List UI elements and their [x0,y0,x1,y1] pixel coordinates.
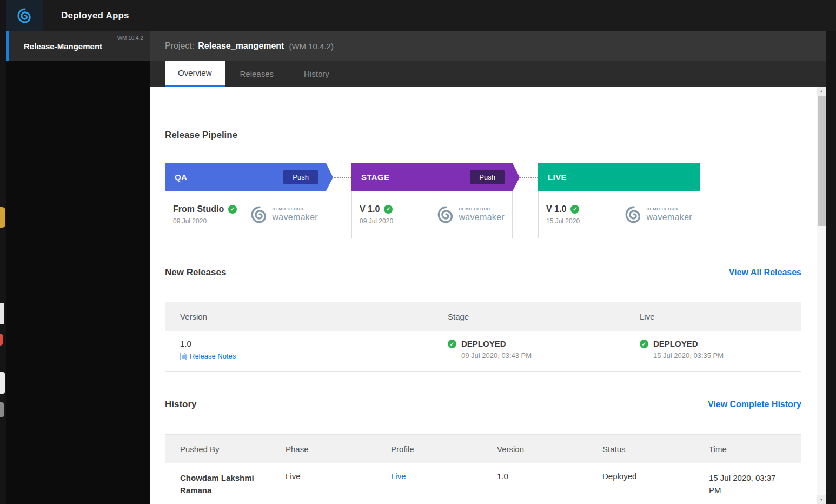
push-button-stage[interactable]: Push [470,170,505,184]
table-row: 1.0 Release Notes ✓ DEPLOYED [165,331,801,371]
wavemaker-brand-icon [437,205,455,224]
wavemaker-brand-icon [625,205,643,224]
dock-icon-sliver[interactable] [0,372,5,394]
history-table: Pushed By Phase Profile Version Status T… [165,434,801,504]
history-heading-row: History View Complete History [165,399,801,410]
brand-demo-cloud-label: DEMO CLOUD [459,207,505,211]
column-status: Status [588,445,694,454]
dock-icon-sliver[interactable] [0,402,4,417]
table-header-row: Version Stage Live [165,302,801,331]
column-time: Time [694,445,801,454]
release-version: 1.0 [180,339,428,348]
deployed-version: V 1.0 [546,204,566,214]
deploy-date: 15 Jul 2020 [546,217,580,225]
pipeline-connector [520,177,538,178]
stage-name: LIVE [548,173,567,182]
deployed-version: From Studio [173,204,224,214]
brand-demo-cloud-label: DEMO CLOUD [646,207,692,211]
column-profile: Profile [376,445,482,454]
pipeline-card-stage: STAGE Push V 1.0 ✓ 09 Jul 2020 [351,163,513,238]
main-content: Release Pipeline QA Push From Studio ✓ 0… [150,87,826,504]
table-header-row: Pushed By Phase Profile Version Status T… [165,435,801,463]
sidebar-item-label: Release-Mangement [24,42,102,51]
stage-deploy-time: 09 Jul 2020, 03:43 PM [461,352,532,360]
wavemaker-logo-icon [17,8,33,24]
wavemaker-brand: DEMO CLOUD wavemaker [250,205,318,224]
scrollbar[interactable]: ▲ ▼ [817,87,826,504]
brand-demo-cloud-label: DEMO CLOUD [272,207,318,211]
history-title: History [165,399,197,410]
pipeline-card-header: QA Push [165,163,326,191]
success-check-icon: ✓ [640,340,648,348]
table-row: Chowdam Lakshmi Ramana Live Live 1.0 Dep… [165,463,801,497]
brand-wavemaker-label: wavemaker [272,213,318,222]
success-check-icon: ✓ [448,340,456,348]
pipeline-card-body: V 1.0 ✓ 09 Jul 2020 DEMO CLOUD wavemaker [351,191,513,238]
view-all-releases-link[interactable]: View All Releases [729,268,801,277]
project-version: (WM 10.4.2) [289,42,334,51]
pipeline-card-body: V 1.0 ✓ 15 Jul 2020 DEMO CLOUD wavemaker [538,191,700,238]
dock-icon-sliver[interactable] [0,207,5,228]
dock-icon-sliver[interactable] [0,334,3,346]
brand-wavemaker-label: wavemaker [459,213,505,222]
brand-wavemaker-label: wavemaker [646,213,692,222]
pipeline-card-live: LIVE V 1.0 ✓ 15 Jul 2020 [538,163,700,238]
history-pushed-by: Chowdam Lakshmi Ramana [165,463,271,497]
dock-strip [0,0,6,504]
history-version: 1.0 [482,463,588,497]
pipeline-card-body: From Studio ✓ 09 Jul 2020 DEMO CLOUD wav… [165,191,326,238]
pipeline-card-header: STAGE Push [351,163,513,191]
live-status: DEPLOYED [653,339,724,348]
wavemaker-brand: DEMO CLOUD wavemaker [625,205,692,224]
tab-overview[interactable]: Overview [165,61,225,87]
push-button-qa[interactable]: Push [283,170,318,184]
wavemaker-brand: DEMO CLOUD wavemaker [437,205,505,224]
column-live: Live [625,312,801,321]
scroll-up-button[interactable]: ▲ [817,87,826,96]
scroll-down-button[interactable]: ▼ [817,495,826,504]
tab-history[interactable]: History [289,61,344,87]
history-phase: Live [271,463,376,497]
screen: Deployed Apps Release-Mangement WM 10.4.… [0,0,836,504]
app-logo[interactable] [6,0,43,31]
sidebar-item-release-management[interactable]: Release-Mangement WM 10.4.2 [6,31,150,61]
history-time: 15 Jul 2020, 03:37 PM [694,463,801,497]
history-status: Deployed [588,463,694,497]
deploy-date: 09 Jul 2020 [173,217,237,225]
pipeline-card-qa: QA Push From Studio ✓ 09 Jul 2020 [165,163,326,238]
dock-icon-sliver[interactable] [0,303,4,324]
right-edge-strip [826,31,836,504]
sidebar: Release-Mangement WM 10.4.2 [6,31,150,504]
new-releases-title: New Releases [165,267,226,278]
deploy-date: 09 Jul 2020 [360,217,393,225]
profile-live-link[interactable]: Live [391,472,406,481]
deployed-version: V 1.0 [360,204,380,214]
column-phase: Phase [271,445,376,454]
column-stage: Stage [433,312,625,321]
release-notes-link[interactable]: Release Notes [180,352,236,360]
document-icon [180,353,187,360]
pipeline-arrow [513,163,520,191]
topbar: Deployed Apps [6,0,836,31]
column-version: Version [165,312,433,321]
wavemaker-brand-icon [250,205,269,224]
release-pipeline-title: Release Pipeline [165,130,237,141]
live-deploy-time: 15 Jul 2020, 03:35 PM [653,352,724,360]
project-header: Project: Release_mangement (WM 10.4.2) [150,31,826,61]
scrollbar-thumb[interactable] [818,96,826,226]
column-pushed-by: Pushed By [165,445,271,454]
pipeline-card-header: LIVE [538,163,700,191]
tab-releases[interactable]: Releases [225,61,289,87]
view-complete-history-link[interactable]: View Complete History [708,400,801,409]
tabbar: Overview Releases History [150,61,826,87]
project-name: Release_mangement [198,41,284,51]
new-releases-table: Version Stage Live 1.0 Release Notes [165,302,801,372]
new-releases-heading-row: New Releases View All Releases [165,267,801,278]
stage-status: DEPLOYED [461,339,532,348]
sidebar-item-version-badge: WM 10.4.2 [117,35,143,41]
stage-name: STAGE [361,173,390,182]
project-label: Project: [165,41,194,51]
stage-name: QA [175,173,187,182]
pipeline-arrow [326,163,333,191]
success-check-icon: ✓ [384,205,393,214]
